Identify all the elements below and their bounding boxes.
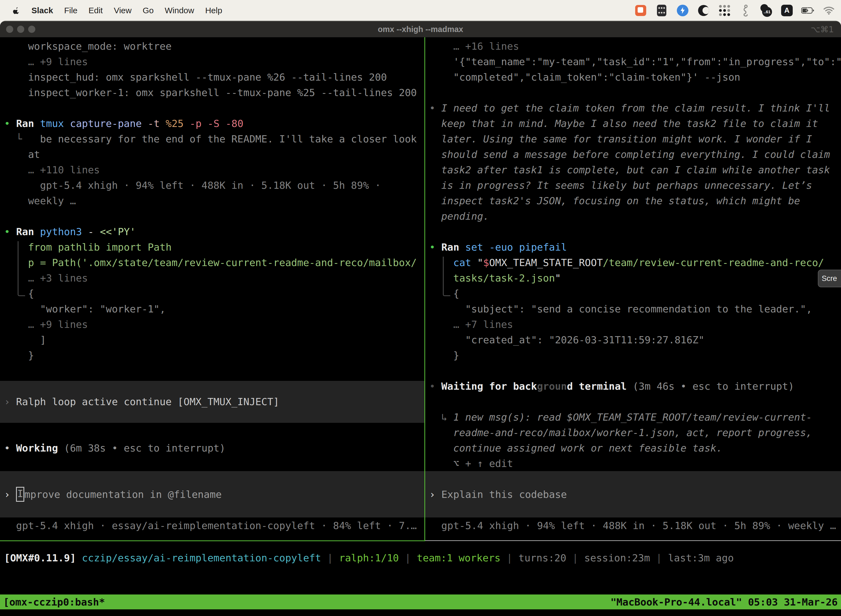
tmux-host-clock: "MacBook-Pro-44.local" 05:03 31-Mar-26	[610, 596, 838, 608]
wifi-icon[interactable]	[822, 4, 835, 17]
pie-timer-icon[interactable]	[697, 4, 710, 17]
terminal-line: ⌥ + ↑ edit	[429, 456, 841, 471]
terminal-line: '{"team_name":"my-team","task_id":"1","f…	[429, 54, 841, 70]
input-source-icon[interactable]: A	[780, 4, 794, 17]
terminal-line: p = Path('.omx/state/team/review-current…	[4, 255, 424, 270]
terminal-line: {	[4, 286, 424, 301]
prompt-chevron: ›	[429, 489, 435, 500]
working-status-line: • Working (6m 38s • esc to interrupt)	[4, 440, 424, 456]
text-cursor: I	[16, 487, 24, 502]
menu-item-help[interactable]: Help	[205, 6, 223, 15]
pane-border-inactive	[425, 540, 841, 541]
terminal-line: {	[429, 286, 841, 301]
battery-icon[interactable]	[801, 4, 815, 17]
tmux-status-bar: [omx-cczip0:bash* "MacBook-Pro-44.local"…	[0, 594, 841, 609]
terminal-line: weekly …	[4, 193, 424, 209]
terminal-line: • Working (6m 38s • esc to interrupt)	[4, 440, 424, 456]
apple-menu-icon[interactable]	[13, 6, 20, 15]
terminal-line: "subject": "send a concise recommendatio…	[429, 301, 841, 317]
terminal-output-block: • Ran tmux capture-pane -t %25 -p -S -80…	[4, 116, 424, 209]
terminal-line: [OMX#0.11.9] cczip/essay/ai-reimplementa…	[4, 550, 734, 566]
inject-banner: › Ralph loop active continue [OMX_TMUX_I…	[0, 381, 424, 423]
terminal-line: "worker": "worker-1",	[4, 301, 424, 317]
seahorse-icon[interactable]	[739, 4, 752, 17]
menu-item-file[interactable]: File	[64, 6, 77, 15]
terminal-line: readme-and-reco/mailbox/worker-1.json, a…	[429, 425, 841, 440]
terminal-line: … +7 lines	[429, 317, 841, 332]
inject-banner-text: › Ralph loop active continue [OMX_TMUX_I…	[4, 394, 279, 409]
terminal-line: • Ran set -euo pipefail	[429, 239, 841, 255]
terminal-line: … +9 lines	[4, 317, 424, 332]
zap-badge-icon[interactable]	[676, 4, 689, 17]
model-status-line: gpt-5.4 xhigh · 94% left · 488K in · 5.1…	[429, 518, 841, 534]
battery-percent-badge-icon[interactable]: ..61	[760, 4, 772, 17]
terminal-line: inspect_hud: omx sparkshell --tmux-pane …	[4, 70, 424, 85]
pane-right: … +16 lines '{"team_name":"my-team","tas…	[425, 37, 841, 541]
terminal-line: tasks/task-2.json"	[429, 270, 841, 286]
terminal-line: • Ran python3 - <<'PY'	[4, 224, 424, 239]
terminal-line: gpt-5.4 xhigh · essay/ai-reimplementatio…	[4, 518, 424, 534]
prompt-chevron: ›	[4, 489, 10, 500]
terminal-line: gpt-5.4 xhigh · 94% left · 488K in · 5.1…	[429, 518, 841, 534]
terminal-line: workspace_mode: worktree	[4, 39, 424, 54]
terminal-output-block: • Ran python3 - <<'PY' from pathlib impo…	[4, 224, 424, 363]
terminal-line: should send a message before completing …	[429, 147, 841, 162]
terminal-line: task2 after task1 is complete, but can I…	[429, 162, 841, 178]
tmux-session-label: [omx-cczip0:bash*	[3, 596, 105, 608]
screen-record-icon[interactable]	[634, 4, 647, 17]
terminal-line: "created_at": "2026-03-31T11:59:27.816Z"	[429, 332, 841, 348]
terminal-line: • Waiting for background terminal (3m 46…	[429, 378, 841, 394]
input-placeholder: mprove documentation in @filename	[24, 489, 221, 500]
window-shortcut-hint: ⌥⌘1	[811, 25, 834, 34]
terminal-line: ]	[4, 332, 424, 348]
menu-item-window[interactable]: Window	[165, 6, 194, 15]
keyboard-icon[interactable]	[655, 4, 668, 17]
model-status-line: gpt-5.4 xhigh · essay/ai-reimplementatio…	[4, 518, 424, 534]
waiting-status-line: • Waiting for background terminal (3m 46…	[429, 378, 841, 394]
terminal-line: • I need to get the claim token from the…	[429, 100, 841, 116]
menu-item-view[interactable]: View	[114, 6, 131, 15]
terminal-line: › Ralph loop active continue [OMX_TMUX_I…	[4, 394, 279, 409]
menu-bar: Slack File Edit View Go Window Help ..61…	[0, 0, 841, 21]
prompt-input-right[interactable]: › Explain this codebase	[425, 471, 841, 518]
window-title-bar: omx --xhigh --madmax ⌥⌘1	[0, 21, 841, 37]
terminal-line: from pathlib import Path	[4, 239, 424, 255]
terminal-line: inspect_worker-1: omx sparkshell --tmux-…	[4, 85, 424, 100]
terminal-line: }	[429, 348, 841, 363]
battery-percent-label: ..61	[762, 7, 772, 17]
terminal-line: … +16 lines	[429, 39, 841, 54]
mailbox-hint-block: ↳ 1 new msg(s): read $OMX_TEAM_STATE_ROO…	[429, 409, 841, 471]
terminal-output-block: … +16 lines '{"team_name":"my-team","tas…	[429, 39, 841, 85]
terminal-output-block: • Ran set -euo pipefail cat "$OMX_TEAM_S…	[429, 239, 841, 363]
menu-item-go[interactable]: Go	[143, 6, 154, 15]
terminal-line: … +9 lines	[4, 54, 424, 70]
terminal-line: pending.	[429, 209, 841, 224]
terminal-line: cat "$OMX_TEAM_STATE_ROOT/team/review-cu…	[429, 255, 841, 270]
terminal-line: continue assigned work or next feasible …	[429, 440, 841, 456]
input-placeholder: Explain this codebase	[441, 489, 567, 500]
terminal-line: ↳ 1 new msg(s): read $OMX_TEAM_STATE_ROO…	[429, 409, 841, 425]
connector-line	[18, 241, 25, 296]
terminal-line: inspect task2's JSON, focusing on the st…	[429, 193, 841, 209]
window-title: omx --xhigh --madmax	[0, 25, 841, 34]
menu-item-edit[interactable]: Edit	[89, 6, 103, 15]
terminal-line: is in progress? It seems likely but perh…	[429, 178, 841, 193]
menu-bar-status-area: ..61 A	[634, 4, 841, 17]
connector-line	[443, 257, 450, 296]
menu-app-name[interactable]: Slack	[31, 6, 53, 15]
terminal-line: }	[4, 348, 424, 363]
terminal-line: … +3 lines	[4, 270, 424, 286]
screen-share-overlay[interactable]: Scre	[818, 270, 841, 287]
terminal-content: workspace_mode: worktree … +9 lines insp…	[0, 37, 841, 616]
dots-grid-icon[interactable]	[718, 4, 731, 17]
terminal-output-block: workspace_mode: worktree … +9 lines insp…	[4, 39, 424, 100]
pane-left: workspace_mode: worktree … +9 lines insp…	[0, 37, 424, 541]
terminal-line: at	[4, 147, 424, 162]
prompt-input-left[interactable]: › Improve documentation in @filename	[0, 471, 424, 518]
terminal-line: └ be necessary for the end of the README…	[4, 131, 424, 147]
terminal-window: omx --xhigh --madmax ⌥⌘1 workspace_mode:…	[0, 21, 841, 616]
terminal-line: "completed","claim_token":"claim-token"}…	[429, 70, 841, 85]
terminal-line: later. Using the same for transition mig…	[429, 131, 841, 147]
terminal-line: gpt-5.4 xhigh · 94% left · 488K in · 5.1…	[4, 178, 424, 193]
terminal-line: keep that in mind. Maybe I also need the…	[429, 116, 841, 131]
